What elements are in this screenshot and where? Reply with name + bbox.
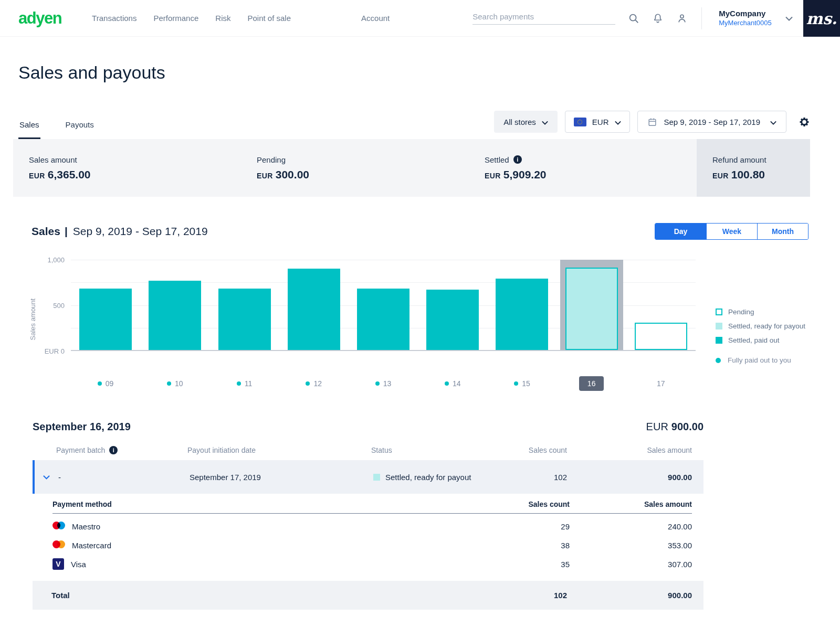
chart-date-range: Sep 9, 2019 - Sep 17, 2019 <box>73 225 208 237</box>
summary-label: Settled <box>485 155 697 164</box>
col-sales-amount: Sales amount <box>591 446 704 454</box>
x-label-text: 13 <box>383 379 392 388</box>
sales-amount-cell: 900.00 <box>591 473 704 482</box>
currency-code: EUR <box>29 172 45 180</box>
y-tick: 1,000 <box>47 256 65 264</box>
detail-header: September 16, 2019 EUR900.00 <box>33 421 704 433</box>
bar-11[interactable] <box>218 289 271 350</box>
currency-code: EUR <box>485 172 501 180</box>
x-label-text: 11 <box>245 379 253 388</box>
fully-paid-dot-icon <box>98 381 102 386</box>
granularity-day[interactable]: Day <box>655 224 706 239</box>
search-icon[interactable] <box>628 13 639 24</box>
selected-day-pill[interactable]: 16 <box>579 376 604 391</box>
daily-detail-section: September 16, 2019 EUR900.00 Payment bat… <box>33 421 704 610</box>
y-axis: Sales amount 1,000 500 EUR 0 <box>32 260 71 370</box>
maestro-icon <box>52 522 65 531</box>
bar-10[interactable] <box>149 281 201 350</box>
legend-label: Settled, paid out <box>728 336 780 344</box>
date-range-picker[interactable]: Sep 9, 2019 - Sep 17, 2019 <box>637 111 786 133</box>
x-label-11[interactable]: 11 <box>209 370 279 397</box>
legend-item: Settled, paid out <box>716 336 808 344</box>
method-sales-count: 35 <box>506 560 579 569</box>
fully-paid-dot-icon <box>306 381 310 386</box>
x-label-16[interactable]: 16 <box>557 370 626 397</box>
summary-label: Refund amount <box>712 155 810 164</box>
method-table-header: Payment method Sales count Sales amount <box>52 500 692 514</box>
x-label-10[interactable]: 10 <box>140 370 209 397</box>
company-name: MyCompany <box>719 8 771 19</box>
user-icon[interactable] <box>676 13 688 24</box>
bar-14[interactable] <box>426 290 479 350</box>
granularity-week[interactable]: Week <box>706 224 757 239</box>
summary-band: Sales amountEUR6,365.00PendingEUR300.00S… <box>13 139 810 197</box>
batch-cell: - <box>58 473 190 482</box>
x-label-09[interactable]: 09 <box>71 370 140 397</box>
summary-card-sales-amount: Sales amountEUR6,365.00 <box>13 155 241 181</box>
bar-slot-11 <box>209 260 279 350</box>
store-filter-dropdown[interactable]: All stores <box>494 111 558 133</box>
settings-gear-icon[interactable] <box>798 116 810 128</box>
page-title: Sales and payouts <box>18 62 840 83</box>
tab-sales[interactable]: Sales <box>18 120 40 139</box>
nav-item-risk[interactable]: Risk <box>215 14 230 23</box>
bar-slot-16 <box>557 260 626 350</box>
summary-label: Pending <box>257 155 469 164</box>
col-payout-date: Payout initiation date <box>187 446 371 454</box>
x-label-14[interactable]: 14 <box>418 370 487 397</box>
summary-card-settled: SettledEUR5,909.20 <box>469 155 697 181</box>
nav-item-point-of-sale[interactable]: Point of sale <box>247 14 291 23</box>
bar-13[interactable] <box>357 289 410 350</box>
notifications-bell-icon[interactable] <box>652 13 664 24</box>
x-label-text: 14 <box>453 379 461 388</box>
account-switcher[interactable]: MyCompany MyMerchant0005 <box>719 8 771 27</box>
col-sales-count: Sales count <box>517 446 591 454</box>
method-label: Mastercard <box>72 541 111 550</box>
info-icon[interactable] <box>109 446 118 454</box>
method-label: Visa <box>71 560 86 569</box>
payment-batch-row[interactable]: - September 17, 2019 Settled, ready for … <box>33 460 704 494</box>
filters: All stores EUR Sep 9, 2019 - Sep 17, 201… <box>494 111 810 139</box>
method-sales-amount: 240.00 <box>579 522 692 531</box>
info-icon[interactable] <box>513 155 522 164</box>
currency-dropdown[interactable]: EUR <box>565 111 630 133</box>
method-row-maestro: Maestro29240.00 <box>52 517 692 536</box>
x-label-13[interactable]: 13 <box>349 370 418 397</box>
chevron-down-icon <box>542 118 548 126</box>
payment-method-table: Payment method Sales count Sales amount … <box>52 500 692 573</box>
y-axis-title: Sales amount <box>29 299 37 341</box>
search-input[interactable] <box>472 12 615 21</box>
nav-item-performance[interactable]: Performance <box>153 14 198 23</box>
x-label-12[interactable]: 12 <box>279 370 349 397</box>
bar-09[interactable] <box>79 289 132 350</box>
nav-item-transactions[interactable]: Transactions <box>92 14 136 23</box>
method-sales-amount: 353.00 <box>579 541 692 550</box>
adyen-logo: adyen <box>18 9 61 28</box>
x-label-text: 10 <box>175 379 183 388</box>
x-label-15[interactable]: 15 <box>487 370 556 397</box>
nav-item-account[interactable]: Account <box>361 14 390 23</box>
x-label-text: 12 <box>313 379 322 388</box>
currency-label: EUR <box>592 118 609 126</box>
fully-paid-dot-icon <box>445 381 449 386</box>
x-label-text: 17 <box>657 379 665 388</box>
store-filter-label: All stores <box>503 118 536 126</box>
summary-value: EUR300.00 <box>257 168 469 181</box>
bar-slot-13 <box>349 260 418 350</box>
merchant-account: MyMerchant0005 <box>719 19 771 28</box>
status-swatch <box>373 474 380 481</box>
bar-12[interactable] <box>288 269 340 350</box>
bar-16[interactable] <box>565 268 618 350</box>
chart-header: Sales|Sep 9, 2019 - Sep 17, 2019 DayWeek… <box>32 223 808 240</box>
sales-count-cell: 102 <box>517 473 591 482</box>
tab-payouts[interactable]: Payouts <box>65 120 95 139</box>
plot-area <box>71 260 696 351</box>
chevron-down-icon[interactable] <box>35 475 58 480</box>
legend-swatch-paid <box>716 337 722 344</box>
payout-date-cell: September 17, 2019 <box>190 473 373 482</box>
bar-15[interactable] <box>496 279 548 350</box>
chevron-down-icon[interactable] <box>785 14 793 23</box>
bar-17[interactable] <box>635 323 687 350</box>
x-label-17[interactable]: 17 <box>626 370 696 397</box>
granularity-month[interactable]: Month <box>757 224 808 239</box>
